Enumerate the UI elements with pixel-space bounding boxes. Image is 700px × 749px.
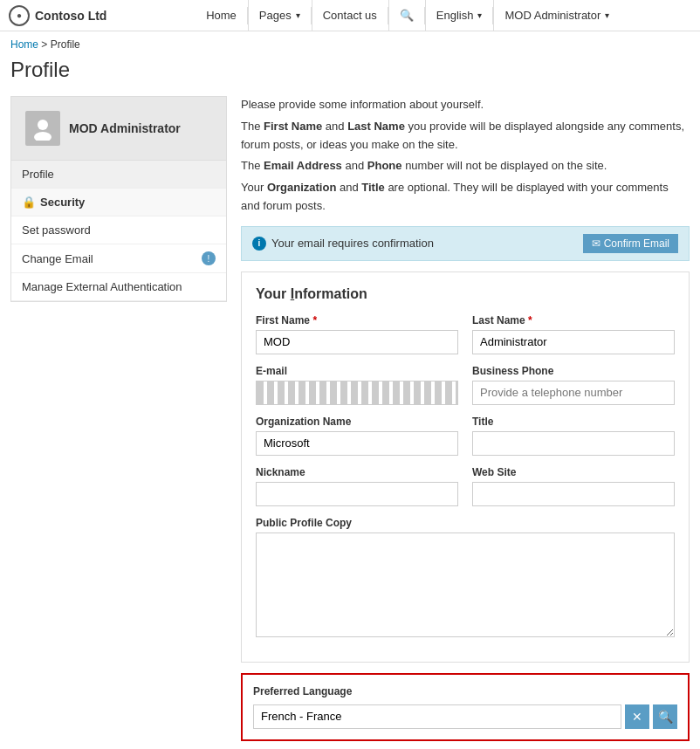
form-row-org-title: Organization Name Title: [256, 416, 675, 456]
first-name-group: First Name *: [256, 314, 458, 354]
nav-links: Home Pages ▾ Contact us 🔍 English ▾ MOD …: [124, 0, 691, 31]
manage-external-auth-label: Manage External Authentication: [22, 280, 182, 293]
nav-language[interactable]: English ▾: [425, 0, 493, 31]
first-name-required: *: [312, 314, 317, 326]
email-label: E-mail: [256, 365, 458, 377]
your-information-section: Your Information First Name * Last Name: [241, 271, 690, 663]
set-password-label: Set password: [22, 223, 91, 237]
last-name-group: Last Name *: [472, 314, 675, 354]
info-p2: The First Name and Last Name you provide…: [241, 118, 690, 155]
nickname-label: Nickname: [256, 466, 458, 478]
title-group: Title: [472, 416, 675, 456]
public-profile-textarea[interactable]: [256, 533, 675, 637]
nav-contact[interactable]: Contact us: [312, 0, 388, 31]
business-phone-label: Business Phone: [472, 365, 675, 377]
sidebar-avatar-section: MOD Administrator: [11, 97, 226, 161]
form-row-profile-copy: Public Profile Copy: [256, 517, 675, 637]
breadcrumb-separator: >: [41, 38, 50, 51]
preferred-language-section: Preferred Language ✕ 🔍: [241, 673, 690, 741]
org-name-label: Organization Name: [256, 416, 458, 428]
change-email-badge: !: [202, 251, 216, 265]
lang-input-row: ✕ 🔍: [253, 704, 677, 729]
user-chevron-icon: ▾: [605, 10, 609, 20]
sidebar: MOD Administrator Profile 🔒 Security Set…: [10, 96, 227, 302]
website-label: Web Site: [472, 466, 675, 478]
main-content: Please provide some information about yo…: [241, 96, 690, 741]
first-name-input[interactable]: [256, 330, 458, 354]
sidebar-profile-label: Profile: [22, 168, 54, 181]
sidebar-security-header: 🔒 Security: [11, 189, 226, 216]
nickname-input[interactable]: [256, 482, 458, 506]
breadcrumb-current: Profile: [51, 38, 80, 51]
change-email-label: Change Email: [22, 252, 93, 265]
search-language-button[interactable]: 🔍: [653, 704, 677, 729]
pages-chevron-icon: ▾: [296, 10, 300, 20]
breadcrumb-home[interactable]: Home: [10, 38, 38, 51]
lock-icon: 🔒: [22, 196, 36, 209]
nav-user[interactable]: MOD Administrator ▾: [493, 0, 620, 31]
info-p4: Your Organization and Title are optional…: [241, 179, 690, 216]
sidebar-item-profile[interactable]: Profile: [11, 161, 226, 189]
email-confirmation-banner: i Your email requires confirmation ✉ Con…: [241, 226, 690, 261]
last-name-input[interactable]: [472, 330, 675, 354]
page-container: Profile MOD Administrator Profile 🔒 Secu…: [0, 58, 700, 749]
info-circle-icon: i: [252, 237, 266, 251]
company-name: Contoso Ltd: [35, 9, 106, 23]
email-banner-message: i Your email requires confirmation: [252, 237, 434, 251]
breadcrumb: Home > Profile: [0, 31, 700, 58]
website-input[interactable]: [472, 482, 675, 506]
public-profile-label: Public Profile Copy: [256, 517, 675, 529]
main-layout: MOD Administrator Profile 🔒 Security Set…: [10, 96, 690, 741]
confirm-email-button[interactable]: ✉ Confirm Email: [583, 234, 678, 253]
info-p1: Please provide some information about yo…: [241, 96, 690, 114]
sidebar-username: MOD Administrator: [69, 121, 181, 135]
website-group: Web Site: [472, 466, 675, 506]
email-group: E-mail: [256, 365, 458, 405]
org-name-group: Organization Name: [256, 416, 458, 456]
page-title: Profile: [10, 58, 690, 82]
business-phone-input[interactable]: [472, 381, 675, 405]
form-row-nickname-website: Nickname Web Site: [256, 466, 675, 506]
svg-point-0: [38, 120, 48, 130]
preferred-language-title: Preferred Language: [253, 685, 677, 697]
sidebar-item-manage-external-auth[interactable]: Manage External Authentication: [11, 273, 226, 301]
nav-search[interactable]: 🔍: [388, 0, 424, 31]
public-profile-group: Public Profile Copy: [256, 517, 675, 637]
clear-language-button[interactable]: ✕: [625, 704, 649, 729]
svg-point-1: [34, 132, 51, 141]
sidebar-item-change-email[interactable]: Change Email !: [11, 244, 226, 273]
logo-icon: ●: [9, 5, 30, 26]
nav-pages[interactable]: Pages ▾: [248, 0, 311, 31]
avatar-icon: [25, 111, 60, 146]
language-chevron-icon: ▾: [477, 10, 482, 20]
first-name-label: First Name *: [256, 314, 458, 326]
last-name-required: *: [528, 314, 532, 326]
sidebar-item-set-password[interactable]: Set password: [11, 216, 226, 244]
info-p3: The Email Address and Phone number will …: [241, 157, 690, 175]
nav-home[interactable]: Home: [196, 0, 247, 31]
business-phone-group: Business Phone: [472, 365, 675, 405]
title-label: Title: [472, 416, 675, 428]
form-row-email-phone: E-mail Business Phone: [256, 365, 675, 405]
company-logo[interactable]: ● Contoso Ltd: [9, 5, 106, 26]
email-input[interactable]: [256, 381, 458, 405]
preferred-language-input[interactable]: [253, 704, 621, 729]
last-name-label: Last Name *: [472, 314, 675, 326]
nickname-group: Nickname: [256, 466, 458, 506]
title-input[interactable]: [472, 431, 675, 456]
form-row-name: First Name * Last Name *: [256, 314, 675, 354]
your-information-title: Your Information: [256, 286, 675, 302]
email-banner-text: Your email requires confirmation: [271, 237, 434, 250]
org-name-input[interactable]: [256, 431, 458, 456]
top-navigation: ● Contoso Ltd Home Pages ▾ Contact us 🔍 …: [0, 0, 700, 31]
